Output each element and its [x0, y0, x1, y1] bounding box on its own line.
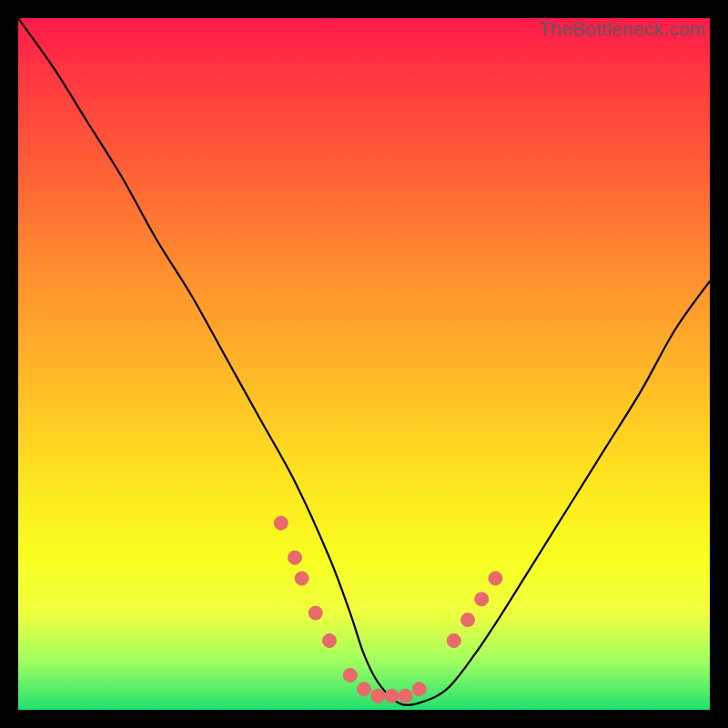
marker-dot	[489, 571, 502, 585]
plot-area: TheBottleneck.com	[18, 18, 710, 710]
marker-dot	[323, 634, 337, 648]
marker-dot	[288, 551, 302, 564]
marker-dot	[385, 689, 399, 703]
marker-dot	[358, 682, 371, 696]
marker-dots-group	[274, 516, 502, 703]
marker-dot	[412, 682, 426, 696]
marker-dot	[274, 516, 288, 530]
bottleneck-curve-path	[18, 18, 710, 705]
chart-frame: TheBottleneck.com	[0, 0, 728, 728]
bottleneck-curve-svg	[18, 18, 710, 710]
marker-dot	[461, 613, 475, 627]
marker-dot	[343, 669, 357, 682]
marker-dot	[295, 571, 308, 585]
marker-dot	[399, 689, 412, 703]
marker-dot	[447, 634, 460, 648]
marker-dot	[308, 606, 322, 620]
marker-dot	[475, 592, 489, 606]
marker-dot	[371, 689, 385, 703]
